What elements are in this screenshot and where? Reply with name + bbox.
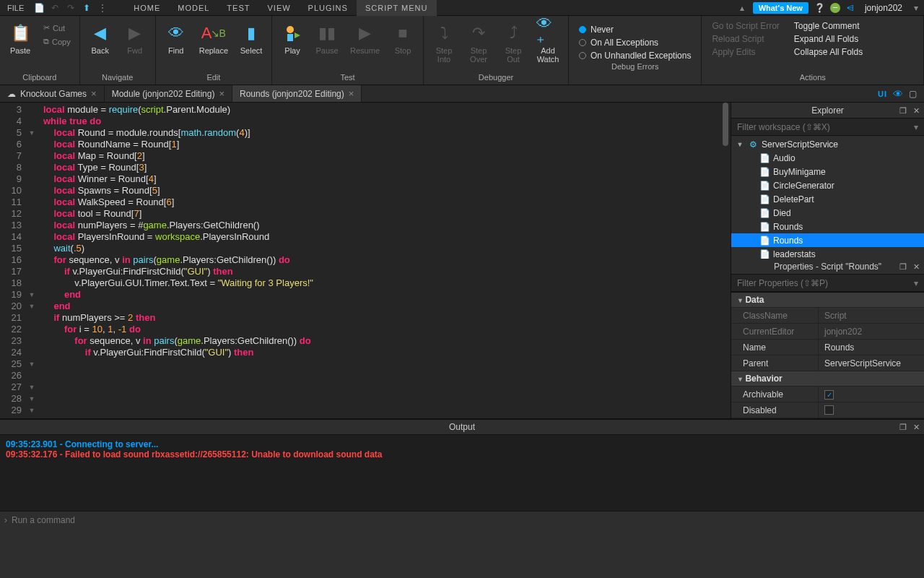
checkbox-icon[interactable]: ✓ bbox=[824, 390, 834, 400]
explorer-tree[interactable]: ▼⚙ServerScriptService📄Audio📄BuyMinigame📄… bbox=[731, 136, 924, 259]
undock-icon[interactable]: ❐ bbox=[898, 422, 908, 432]
properties-title: Properties - Script "Rounds" bbox=[774, 262, 881, 272]
action-item[interactable]: Expand All Folds bbox=[794, 33, 863, 45]
tree-row[interactable]: 📄BuyMinigame bbox=[731, 165, 924, 178]
select-button[interactable]: ▮Select bbox=[234, 19, 269, 58]
editor-scrollbar[interactable] bbox=[720, 103, 731, 418]
back-button[interactable]: ◀Back bbox=[83, 19, 118, 58]
prop-row[interactable]: Archivable✓ bbox=[731, 387, 924, 402]
debug-error-option[interactable]: Never bbox=[579, 25, 691, 35]
prop-section-header[interactable]: Data bbox=[731, 293, 924, 308]
menu-model[interactable]: MODEL bbox=[169, 0, 218, 16]
action-item: Go to Script Error bbox=[712, 20, 779, 32]
command-bar[interactable]: › Run a command bbox=[0, 511, 924, 528]
ui-toggle[interactable]: UI bbox=[878, 90, 887, 98]
menu-view[interactable]: VIEW bbox=[258, 0, 299, 16]
replace-button[interactable]: A↘BReplace bbox=[193, 19, 234, 58]
redo-icon[interactable]: ↷ bbox=[64, 1, 77, 14]
code-area[interactable]: local module = require(script.Parent.Mod… bbox=[38, 103, 720, 418]
prop-value[interactable]: ServerScriptService bbox=[818, 355, 924, 371]
device-icon[interactable]: ▢ bbox=[909, 89, 917, 99]
menu-script-menu[interactable]: SCRIPT MENU bbox=[357, 0, 437, 16]
close-icon[interactable]: ✕ bbox=[911, 262, 921, 272]
close-icon[interactable]: ✕ bbox=[911, 105, 921, 116]
username-label[interactable]: jonjon202 bbox=[859, 3, 908, 13]
tree-arrow-icon[interactable]: ▼ bbox=[736, 141, 744, 148]
prop-value[interactable]: ✓ bbox=[818, 387, 924, 402]
prop-row[interactable]: CurrentEditorjonjon202 bbox=[731, 324, 924, 340]
action-item: Apply Edits bbox=[712, 46, 779, 58]
stop-button: ■Stop bbox=[385, 19, 420, 58]
resume-button: ▶Resume bbox=[344, 19, 385, 58]
menu-test[interactable]: TEST bbox=[218, 0, 258, 16]
prop-value[interactable] bbox=[818, 402, 924, 418]
prop-row[interactable]: NameRounds bbox=[731, 340, 924, 355]
more-icon[interactable]: ⋮ bbox=[96, 1, 109, 14]
tree-row[interactable]: 📄Rounds bbox=[731, 220, 924, 233]
tree-item-icon: 📄 bbox=[759, 153, 770, 163]
debug-error-option[interactable]: On Unhandled Exceptions bbox=[579, 51, 691, 61]
doc-tab[interactable]: Module (jonjon202 Editing)× bbox=[105, 85, 232, 102]
tree-row[interactable]: 📄leaderstats bbox=[731, 247, 924, 259]
file-menu[interactable]: FILE bbox=[0, 4, 31, 12]
tree-row[interactable]: 📄Rounds bbox=[731, 233, 924, 247]
tree-row[interactable]: 📄Died bbox=[731, 206, 924, 220]
minimize-icon[interactable]: − bbox=[830, 3, 840, 13]
code-editor[interactable]: 3456789101112131415161718192021222324252… bbox=[0, 103, 731, 418]
output-header: Output ❐✕ bbox=[0, 419, 924, 435]
prop-row[interactable]: Disabled bbox=[731, 402, 924, 418]
close-icon[interactable]: × bbox=[91, 88, 97, 99]
collapse-ribbon-icon[interactable]: ▴ bbox=[736, 1, 749, 14]
pause-icon: ▮▮ bbox=[315, 22, 339, 45]
explorer-filter[interactable]: Filter workspace (⇧⌘X)▾ bbox=[731, 118, 924, 136]
step-over-icon: ↷ bbox=[467, 22, 490, 45]
prop-section-header[interactable]: Behavior bbox=[731, 371, 924, 387]
whats-new-button[interactable]: What's New bbox=[753, 2, 808, 14]
back-icon: ◀ bbox=[89, 22, 112, 45]
properties-filter[interactable]: Filter Properties (⇧⌘P)▾ bbox=[731, 275, 924, 292]
tree-row[interactable]: ▼⚙ServerScriptService bbox=[731, 137, 924, 151]
find-button[interactable]: 👁Find bbox=[159, 19, 193, 58]
copy-button[interactable]: ⧉Copy bbox=[40, 35, 74, 48]
undock-icon[interactable]: ❐ bbox=[898, 105, 908, 116]
undo-icon[interactable]: ↶ bbox=[48, 1, 61, 14]
fold-gutter[interactable]: ▼▼▼▼▼▼▼ bbox=[26, 103, 38, 418]
add-watch-button[interactable]: 👁⁺Add Watch bbox=[531, 19, 565, 66]
menu-home[interactable]: HOME bbox=[125, 0, 169, 16]
prop-value[interactable]: Rounds bbox=[818, 340, 924, 355]
tree-item-icon: 📄 bbox=[759, 222, 770, 232]
explorer-header: Explorer ❐✕ bbox=[731, 103, 924, 118]
chevron-down-icon[interactable]: ▾ bbox=[914, 122, 918, 132]
close-icon[interactable]: × bbox=[219, 88, 225, 99]
help-icon[interactable]: ❔ bbox=[813, 1, 827, 15]
action-item[interactable]: Toggle Comment bbox=[794, 20, 863, 32]
menu-plugins[interactable]: PLUGINS bbox=[300, 0, 357, 16]
tree-row[interactable]: 📄CircleGenerator bbox=[731, 178, 924, 192]
close-icon[interactable]: ✕ bbox=[911, 422, 921, 432]
output-body[interactable]: 09:35:23.901 - Connecting to server...09… bbox=[0, 435, 924, 511]
doc-tab[interactable]: Rounds (jonjon202 Editing)× bbox=[232, 85, 362, 102]
tree-item-label: Rounds bbox=[773, 222, 803, 232]
tree-row[interactable]: 📄Audio bbox=[731, 151, 924, 165]
checkbox-icon[interactable] bbox=[824, 405, 834, 415]
tree-row[interactable]: 📄DeletePart bbox=[731, 192, 924, 206]
new-file-icon[interactable]: 📄 bbox=[32, 1, 45, 14]
properties-header: Properties - Script "Rounds" ❐✕ bbox=[731, 259, 924, 275]
share-icon[interactable]: ⩤ bbox=[843, 1, 858, 15]
preview-icon[interactable]: 👁 bbox=[893, 88, 903, 100]
action-item[interactable]: Collapse All Folds bbox=[794, 46, 863, 58]
debug-error-option[interactable]: On All Exceptions bbox=[579, 38, 691, 48]
doc-tab[interactable]: ☁Knockout Games× bbox=[0, 85, 105, 102]
cut-button[interactable]: ✂Cut bbox=[40, 22, 74, 34]
radio-icon bbox=[579, 39, 586, 46]
play-button[interactable]: Play bbox=[275, 19, 310, 58]
prop-row[interactable]: ClassNameScript bbox=[731, 308, 924, 324]
undock-icon[interactable]: ❐ bbox=[898, 262, 908, 272]
prop-row[interactable]: ParentServerScriptService bbox=[731, 355, 924, 371]
ribbon-group-edit: 👁Find A↘BReplace ▮Select Edit bbox=[156, 16, 272, 85]
chevron-down-icon[interactable]: ▾ bbox=[914, 278, 918, 288]
save-icon[interactable]: ⬆ bbox=[80, 1, 93, 14]
paste-button[interactable]: 📋 Paste bbox=[3, 19, 38, 58]
user-dropdown-icon[interactable]: ▾ bbox=[910, 1, 923, 14]
close-icon[interactable]: × bbox=[349, 88, 354, 99]
